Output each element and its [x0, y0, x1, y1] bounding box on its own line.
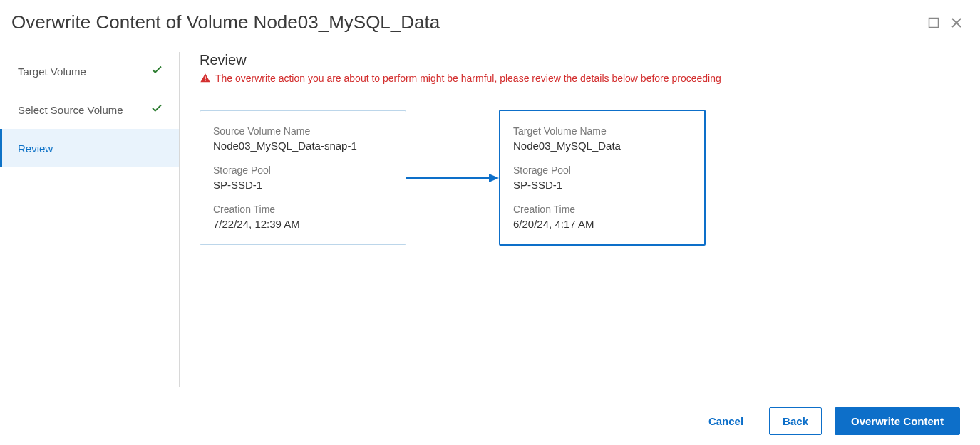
warning-text: The overwrite action you are about to pe…	[215, 73, 721, 84]
target-name-label: Target Volume Name	[513, 125, 691, 137]
wizard-step-label: Review	[18, 142, 53, 155]
close-icon[interactable]	[950, 16, 963, 29]
source-time-value: 7/22/24, 12:39 AM	[213, 218, 393, 230]
target-time-label: Creation Time	[513, 204, 691, 215]
source-time-label: Creation Time	[213, 204, 393, 215]
target-name-value: Node03_MySQL_Data	[513, 140, 691, 152]
review-panel: Review The overwrite action you are abou…	[180, 52, 980, 387]
window-controls	[927, 16, 963, 29]
dialog-title: Overwrite Content of Volume Node03_MySQL…	[11, 11, 440, 33]
target-time-value: 6/20/24, 4:17 AM	[513, 218, 691, 230]
warning-message: The overwrite action you are about to pe…	[200, 73, 960, 84]
source-volume-card: Source Volume Name Node03_MySQL_Data-sna…	[200, 110, 406, 245]
wizard-steps: Target Volume Select Source Volume Revie…	[0, 52, 180, 387]
wizard-step-select-source[interactable]: Select Source Volume	[0, 90, 179, 129]
source-name-value: Node03_MySQL_Data-snap-1	[213, 140, 393, 152]
dialog-header: Overwrite Content of Volume Node03_MySQL…	[0, 0, 980, 39]
svg-rect-3	[205, 76, 205, 79]
wizard-step-target-volume[interactable]: Target Volume	[0, 52, 179, 90]
warning-icon	[200, 73, 211, 84]
svg-marker-6	[489, 174, 499, 182]
target-pool-label: Storage Pool	[513, 164, 691, 176]
check-icon	[150, 63, 163, 80]
overwrite-content-button[interactable]: Overwrite Content	[835, 407, 960, 435]
source-name-label: Source Volume Name	[213, 125, 393, 137]
maximize-icon[interactable]	[927, 16, 940, 29]
check-icon	[150, 102, 163, 118]
source-pool-label: Storage Pool	[213, 164, 393, 176]
volume-cards-row: Source Volume Name Node03_MySQL_Data-sna…	[200, 110, 960, 246]
review-heading: Review	[200, 52, 960, 68]
svg-rect-0	[929, 18, 939, 27]
cancel-button[interactable]: Cancel	[696, 408, 756, 434]
wizard-step-review[interactable]: Review	[0, 129, 179, 167]
wizard-step-label: Select Source Volume	[18, 104, 123, 116]
source-pool-value: SP-SSD-1	[213, 179, 393, 191]
target-volume-card: Target Volume Name Node03_MySQL_Data Sto…	[499, 110, 706, 246]
back-button[interactable]: Back	[769, 407, 822, 435]
arrow-icon	[406, 171, 499, 185]
wizard-step-label: Target Volume	[18, 66, 86, 78]
svg-rect-4	[205, 80, 205, 80]
dialog-footer: Cancel Back Overwrite Content	[696, 407, 960, 435]
target-pool-value: SP-SSD-1	[513, 179, 691, 191]
